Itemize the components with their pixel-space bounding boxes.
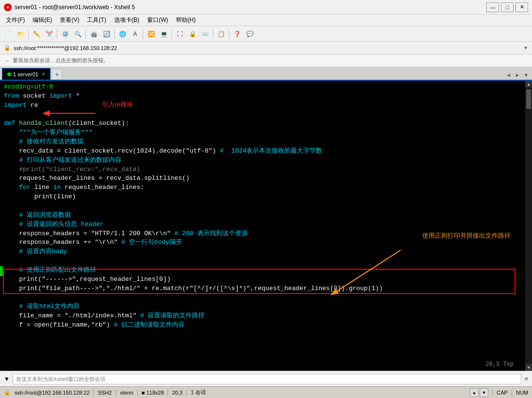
scrollbar-thumb[interactable] xyxy=(526,89,531,109)
status-num: NUM xyxy=(516,390,528,396)
maximize-button[interactable]: □ xyxy=(501,2,514,12)
toolbar-transfer-btn[interactable]: 🔀 xyxy=(145,28,157,40)
position-info: 20,3 Top xyxy=(485,361,514,369)
bottom-input-field[interactable] xyxy=(13,374,522,384)
tab-nav-menu[interactable]: ▼ xyxy=(522,71,530,79)
app-icon: ● xyxy=(4,3,12,11)
session-up-arrow[interactable]: ▲ xyxy=(470,388,479,397)
code-line-16: # 设置返回的头信息 header xyxy=(4,220,521,229)
status-sep-2 xyxy=(116,389,116,396)
toolbar-copy-btn[interactable]: 📋 xyxy=(215,28,227,40)
toolbar-edit-btn[interactable]: ✏️ xyxy=(31,28,42,40)
toolbar-sep-6 xyxy=(172,29,172,39)
code-line-22: print("------>",request_header_lines[0]) xyxy=(4,275,521,284)
code-line-18: response_headers += "\r\n" # 空一行与body隔开 xyxy=(4,238,521,247)
tab-add-button[interactable]: + xyxy=(51,69,62,80)
code-line-14 xyxy=(4,202,521,211)
bottom-input-toggle[interactable]: ▼ xyxy=(4,376,10,382)
toolbar-search-btn[interactable]: 🔍 xyxy=(72,28,84,40)
scroll-up-arrow[interactable]: ▲ xyxy=(525,81,532,87)
code-line-11: request_header_lines = recv_data.splitli… xyxy=(4,174,521,183)
code-line-13: print(line) xyxy=(4,192,521,202)
tabs-bar: 1 server01 ✕ + ◄ ► ▼ xyxy=(0,67,532,81)
address-bar: 🔒 ssh://root:*************@192.168.150.1… xyxy=(0,42,532,54)
toolbar-sep-1 xyxy=(28,29,29,39)
address-text: ssh://root:*************@192.168.150.128… xyxy=(14,45,117,51)
code-line-8: recv_data = client_socket.recv(1024).dec… xyxy=(4,147,521,156)
status-sep-4 xyxy=(168,389,168,396)
code-line-12: for line in request_header_lines: xyxy=(4,183,521,192)
toolbar-globe-btn[interactable]: 🌐 xyxy=(117,28,128,40)
toolbar-settings-btn[interactable]: ⚙️ xyxy=(59,28,71,40)
toolbar-terminal-btn[interactable]: 💻 xyxy=(158,28,170,40)
toolbar-refresh-btn[interactable]: 🔄 xyxy=(101,28,112,40)
menu-view[interactable]: 查看(V) xyxy=(56,15,83,25)
menu-tabs[interactable]: 选项卡(B) xyxy=(110,15,143,25)
code-line-27: f = open(file_name,"rb") # 以二进制读取文件内容 xyxy=(4,321,521,330)
status-sep-5 xyxy=(187,389,187,396)
terminal-scrollbar[interactable]: ▲ ▼ xyxy=(525,81,532,371)
menu-edit[interactable]: 编辑(E) xyxy=(29,15,56,25)
status-size: ■ 118x28 xyxy=(142,390,164,396)
menu-window[interactable]: 窗口(W) xyxy=(143,15,172,25)
toolbar-sep-8 xyxy=(229,29,229,39)
code-line-9: # 打印从客户端发送过来的数据内容 xyxy=(4,156,521,165)
status-sep-7 xyxy=(512,389,512,396)
toolbar-font-btn[interactable]: A xyxy=(129,28,141,40)
toolbar-fullscreen-btn[interactable]: ⛶ xyxy=(174,28,186,40)
toolbar-cut-btn[interactable]: ✂️ xyxy=(43,28,55,40)
tab-label: 1 server01 xyxy=(13,71,38,77)
info-bar: → 要添加当前会话，点击左侧的箭头按钮。 xyxy=(0,54,532,67)
status-cap: CAP xyxy=(497,390,508,396)
code-line-7: # 接收对方发送的数据 xyxy=(4,138,521,147)
status-connection: ssh://root@192.168.150.128:22 xyxy=(15,390,89,396)
status-term: xterm xyxy=(120,390,134,396)
code-line-6: """为一个客户端服务""" xyxy=(4,128,521,138)
toolbar-new-btn[interactable]: 📄 xyxy=(2,28,14,40)
status-sep-3 xyxy=(137,389,138,396)
status-sep-1 xyxy=(93,389,94,396)
tab-nav-left[interactable]: ◄ xyxy=(505,71,513,79)
toolbar-lock-btn[interactable]: 🔒 xyxy=(187,28,198,40)
code-line-25: # 读取html文件内容 xyxy=(4,302,521,311)
code-line-23: print("file_path---->","./html/" + re.ma… xyxy=(4,284,521,294)
scrollbar-track[interactable] xyxy=(525,87,532,364)
toolbar-sep-7 xyxy=(213,29,213,39)
status-lock-icon: 🔒 xyxy=(4,389,11,396)
minimize-button[interactable]: — xyxy=(486,2,499,12)
session-down-arrow[interactable]: ▼ xyxy=(480,388,488,397)
bottom-input-menu-icon[interactable]: ≡ xyxy=(524,375,528,382)
menu-file[interactable]: 文件(F) xyxy=(2,15,29,25)
code-line-10: #print("client_recv:",recv_data) xyxy=(4,165,521,174)
tab-status-dot xyxy=(7,72,11,76)
code-line-4 xyxy=(4,110,521,120)
status-sep-6 xyxy=(492,389,493,396)
code-line-1: #coding=utf-8 xyxy=(4,83,521,92)
terminal-content[interactable]: #coding=utf-8 from socket import * impor… xyxy=(0,81,525,371)
code-line-24 xyxy=(4,293,521,302)
scroll-down-arrow[interactable]: ▼ xyxy=(525,364,532,371)
toolbar-help-btn[interactable]: ❓ xyxy=(231,28,243,40)
toolbar-sep-4 xyxy=(114,29,115,39)
code-line-19: # 设置内容body xyxy=(4,247,521,257)
code-line-20 xyxy=(4,257,521,266)
toolbar-print-btn[interactable]: 🖨️ xyxy=(88,28,100,40)
code-line-26: file_name = "./html/index.html" # 设置读取的文… xyxy=(4,311,521,321)
menu-tools[interactable]: 工具(T) xyxy=(83,15,110,25)
toolbar-keyboard-btn[interactable]: ⌨️ xyxy=(199,28,211,40)
close-button[interactable]: ✕ xyxy=(515,2,528,12)
menu-help[interactable]: 帮助(H) xyxy=(172,15,200,25)
tab-server01[interactable]: 1 server01 ✕ xyxy=(2,68,51,80)
tab-nav-right[interactable]: ► xyxy=(514,71,521,79)
terminal-container[interactable]: #coding=utf-8 from socket import * impor… xyxy=(0,81,532,371)
tab-close-icon[interactable]: ✕ xyxy=(41,71,45,77)
status-sessions: 1 会话 xyxy=(191,389,206,396)
code-line-15: # 返回浏览器数据 xyxy=(4,211,521,220)
code-line-3: import re xyxy=(4,101,521,110)
toolbar-open-btn[interactable]: 📁 xyxy=(15,28,26,40)
toolbar: 📄 📁 ✏️ ✂️ ⚙️ 🔍 🖨️ 🔄 🌐 A 🔀 💻 ⛶ 🔒 ⌨️ 📋 ❓ 💬 xyxy=(0,26,532,42)
code-line-21: # 使用正则匹配出文件路径 xyxy=(4,266,521,275)
toolbar-chat-btn[interactable]: 💬 xyxy=(244,28,256,40)
address-dropdown-icon[interactable]: ▼ xyxy=(523,45,528,51)
bottom-input-bar: ▼ ≡ xyxy=(0,371,532,386)
